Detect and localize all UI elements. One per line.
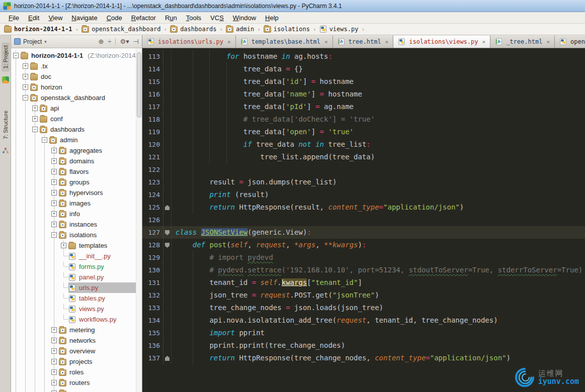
- tree-item-horizon-2014-1-1[interactable]: horizon-2014-1-1(Z:\horizon-2014-: [21, 50, 140, 61]
- code-line[interactable]: 130 # pydevd.settrace('192.168.10.10', p…: [142, 264, 585, 276]
- tree-toggle[interactable]: −: [40, 135, 49, 145]
- code-line[interactable]: 117 tree_data['pId'] = ag.name: [142, 101, 585, 113]
- editor-tab-isolations-urls-py[interactable]: isolations\urls.py×: [142, 35, 236, 48]
- tree-item-admin[interactable]: admin: [49, 135, 136, 145]
- tree-item-users[interactable]: users: [59, 388, 136, 392]
- tree-item-groups[interactable]: groups: [59, 177, 136, 187]
- tree-item-conf[interactable]: conf: [40, 114, 136, 124]
- code-line[interactable]: 134 api.nova.isolatation_add_tree(reques…: [142, 314, 585, 327]
- tree-item-flavors[interactable]: flavors: [59, 166, 136, 177]
- code-line[interactable]: 129 # import pydevd: [142, 251, 585, 264]
- code-line[interactable]: 132 json_tree = request.POST.get("jsonTr…: [142, 289, 585, 302]
- tree-row[interactable]: +flavors: [11, 166, 136, 177]
- tree-row[interactable]: +groups: [11, 177, 136, 187]
- tree-toggle[interactable]: +: [21, 71, 30, 82]
- tree-row[interactable]: +networks: [11, 335, 136, 346]
- expand-icon[interactable]: +: [51, 211, 57, 217]
- tree-item-api[interactable]: api: [40, 103, 136, 114]
- tree-toggle[interactable]: +: [59, 240, 68, 251]
- tree-toggle[interactable]: −: [49, 230, 59, 240]
- code-line[interactable]: 120 if tree_data not in tree_list:: [142, 138, 585, 151]
- tree-toggle[interactable]: +: [49, 388, 59, 392]
- tree-row[interactable]: +horizon: [11, 82, 136, 92]
- tree-row[interactable]: +hypervisors: [11, 187, 136, 198]
- menu-item-help[interactable]: Help: [261, 13, 283, 23]
- structure-icon[interactable]: [2, 147, 9, 156]
- tree-row[interactable]: +.tx: [11, 61, 136, 71]
- expand-icon[interactable]: +: [51, 190, 57, 195]
- expand-icon[interactable]: +: [51, 369, 57, 375]
- tree-row[interactable]: +instances: [11, 219, 136, 230]
- tree-item-horizon[interactable]: horizon: [30, 82, 136, 92]
- collapse-icon[interactable]: −: [32, 127, 38, 132]
- expand-icon[interactable]: +: [51, 380, 57, 385]
- code-editor[interactable]: 113 for hostname in ag.hosts:114 tree_da…: [142, 48, 585, 392]
- close-icon[interactable]: ×: [227, 39, 231, 45]
- code-line[interactable]: 121 tree_list.append(tree_data): [142, 151, 585, 163]
- collapse-icon[interactable]: −: [13, 53, 19, 58]
- tree-row[interactable]: __init__.py: [11, 251, 136, 261]
- breadcrumb-item-horizon-2014-1-1[interactable]: horizon-2014-1-1: [3, 26, 73, 33]
- code-line[interactable]: 125 return HttpResponse(result, content_…: [142, 201, 585, 214]
- code-line[interactable]: 124 print (result): [142, 188, 585, 201]
- tree-item-aggregates[interactable]: aggregates: [59, 145, 136, 156]
- code-line[interactable]: 128 def post(self, request, *args, **kwa…: [142, 239, 585, 251]
- tree-row[interactable]: +images: [11, 198, 136, 209]
- tree-row[interactable]: workflows.py: [11, 314, 136, 325]
- tree-toggle[interactable]: +: [49, 209, 59, 219]
- tree-row[interactable]: +doc: [11, 71, 136, 82]
- tree-row[interactable]: −openstack_dashboard: [11, 92, 136, 103]
- tree-row[interactable]: views.py: [11, 304, 136, 314]
- tree-scrollbar[interactable]: [136, 48, 142, 392]
- tree-row[interactable]: +aggregates: [11, 145, 136, 156]
- tree-toggle[interactable]: +: [49, 156, 59, 166]
- tree-item--tx[interactable]: .tx: [30, 61, 136, 71]
- tree-row[interactable]: −admin: [11, 135, 136, 145]
- tree-toggle[interactable]: +: [21, 82, 30, 92]
- tree-toggle[interactable]: −: [21, 92, 30, 103]
- code-line[interactable]: 115 tree_data['id'] = hostname: [142, 75, 585, 88]
- fold-marker[interactable]: [163, 226, 172, 239]
- project-panel-title[interactable]: Project ▾: [14, 38, 98, 45]
- expand-icon[interactable]: +: [51, 158, 57, 164]
- locate-icon[interactable]: ⊕: [98, 38, 104, 45]
- code-line-current[interactable]: 127class JSONSetView(generic.View):: [142, 226, 585, 239]
- tree-item-workflows-py[interactable]: workflows.py: [68, 314, 136, 325]
- breadcrumb-item-views.py[interactable]: views.py: [318, 26, 360, 33]
- expand-icon[interactable]: +: [23, 74, 28, 79]
- tree-item-views-py[interactable]: views.py: [68, 304, 136, 314]
- scroll-from-source-icon[interactable]: ÷: [108, 38, 111, 45]
- tree-row[interactable]: −dashboards: [11, 124, 136, 135]
- expand-icon[interactable]: +: [51, 327, 57, 333]
- tree-row[interactable]: panel.py: [11, 272, 136, 282]
- editor-tab-isolations-views-py[interactable]: isolations\views.py×: [393, 35, 490, 48]
- expand-icon[interactable]: +: [51, 148, 57, 153]
- tool-stripe-button-project[interactable]: 1: Project: [2, 42, 10, 71]
- expand-icon[interactable]: +: [23, 84, 28, 90]
- code-line[interactable]: 122: [142, 163, 585, 176]
- expand-icon[interactable]: +: [51, 179, 57, 185]
- fold-end-icon[interactable]: [165, 205, 170, 210]
- code-line[interactable]: 114 tree_data = {}: [142, 63, 585, 75]
- expand-icon[interactable]: +: [51, 359, 57, 364]
- tree-row[interactable]: −isolations: [11, 230, 136, 240]
- tree-item-forms-py[interactable]: forms.py: [68, 261, 136, 272]
- editor-tab--tree-html[interactable]: h_tree.html×: [490, 35, 555, 48]
- code-line[interactable]: 133 tree_change_nodes = json.loads(json_…: [142, 302, 585, 314]
- code-line[interactable]: 123 result = json.dumps(tree_list): [142, 176, 585, 188]
- collapse-icon[interactable]: −: [42, 137, 47, 143]
- tree-toggle[interactable]: +: [49, 166, 59, 177]
- tree-item-domains[interactable]: domains: [59, 156, 136, 166]
- code-line[interactable]: 131 tenant_id = self.kwargs["tenant_id"]: [142, 276, 585, 289]
- tree-item-doc[interactable]: doc: [30, 71, 136, 82]
- tree-row[interactable]: +metering: [11, 325, 136, 335]
- expand-icon[interactable]: +: [51, 201, 57, 206]
- expand-icon[interactable]: +: [61, 243, 66, 248]
- tree-item-routers[interactable]: routers: [59, 377, 136, 388]
- tree-toggle[interactable]: +: [21, 61, 30, 71]
- expand-icon[interactable]: +: [32, 116, 38, 122]
- tree-row[interactable]: +roles: [11, 367, 136, 377]
- tree-toggle[interactable]: −: [11, 50, 21, 61]
- editor-tab-tree-html[interactable]: htree.html×: [333, 35, 394, 48]
- settings-gear-icon[interactable]: ⚙▾: [120, 38, 129, 45]
